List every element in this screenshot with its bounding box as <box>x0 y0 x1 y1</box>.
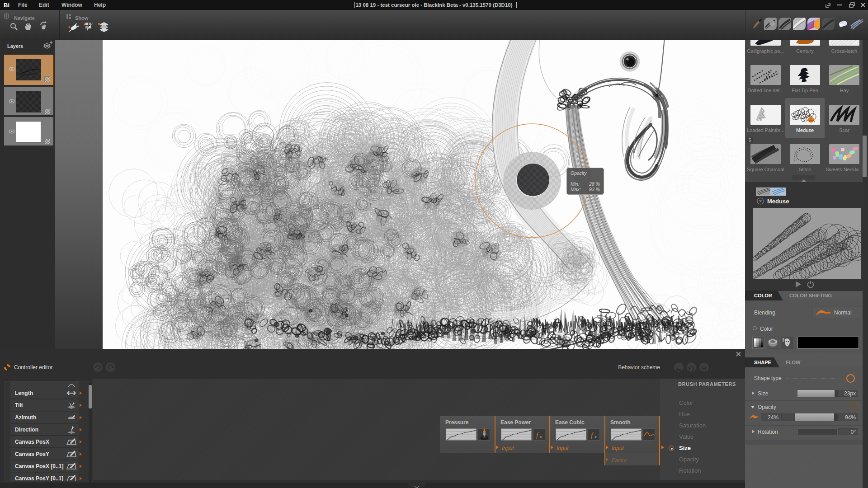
svg-text:f: f <box>536 432 539 439</box>
svg-text:x: x <box>594 434 597 439</box>
svg-text:x: x <box>539 434 542 439</box>
svg-text:f: f <box>591 432 594 439</box>
